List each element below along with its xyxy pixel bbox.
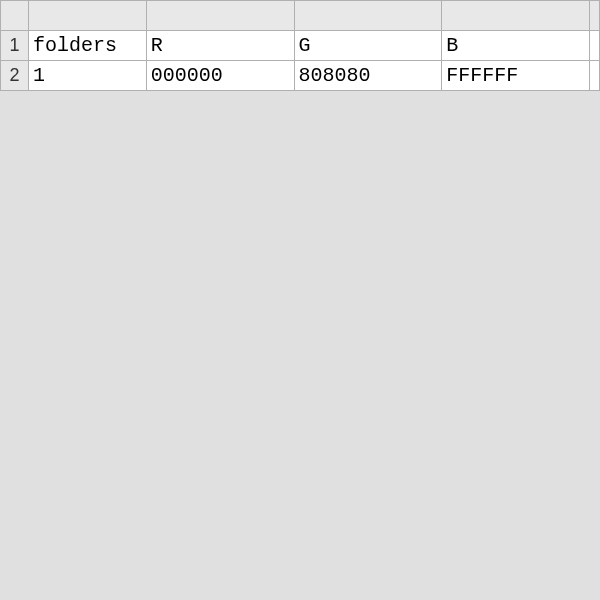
cell-b2[interactable]: 000000 bbox=[146, 61, 294, 91]
cell-e2[interactable] bbox=[589, 61, 599, 91]
cell-a1[interactable]: folders bbox=[28, 31, 146, 61]
cell-e1[interactable] bbox=[589, 31, 599, 61]
column-header-b[interactable] bbox=[146, 1, 294, 31]
row-header-1[interactable]: 1 bbox=[1, 31, 29, 61]
cell-c1[interactable]: G bbox=[294, 31, 442, 61]
column-header-e[interactable] bbox=[589, 1, 599, 31]
row-header-2[interactable]: 2 bbox=[1, 61, 29, 91]
corner-cell[interactable] bbox=[1, 1, 29, 31]
table-row: 2 1 000000 808080 FFFFFF bbox=[1, 61, 600, 91]
table-row: 1 folders R G B bbox=[1, 31, 600, 61]
column-header-d[interactable] bbox=[442, 1, 590, 31]
cell-d2[interactable]: FFFFFF bbox=[442, 61, 590, 91]
cell-a2[interactable]: 1 bbox=[28, 61, 146, 91]
cell-c2[interactable]: 808080 bbox=[294, 61, 442, 91]
column-header-c[interactable] bbox=[294, 1, 442, 31]
cell-b1[interactable]: R bbox=[146, 31, 294, 61]
cell-d1[interactable]: B bbox=[442, 31, 590, 61]
column-header-a[interactable] bbox=[28, 1, 146, 31]
column-header-row bbox=[1, 1, 600, 31]
spreadsheet-grid[interactable]: 1 folders R G B 2 1 000000 808080 FFFFFF bbox=[0, 0, 600, 91]
